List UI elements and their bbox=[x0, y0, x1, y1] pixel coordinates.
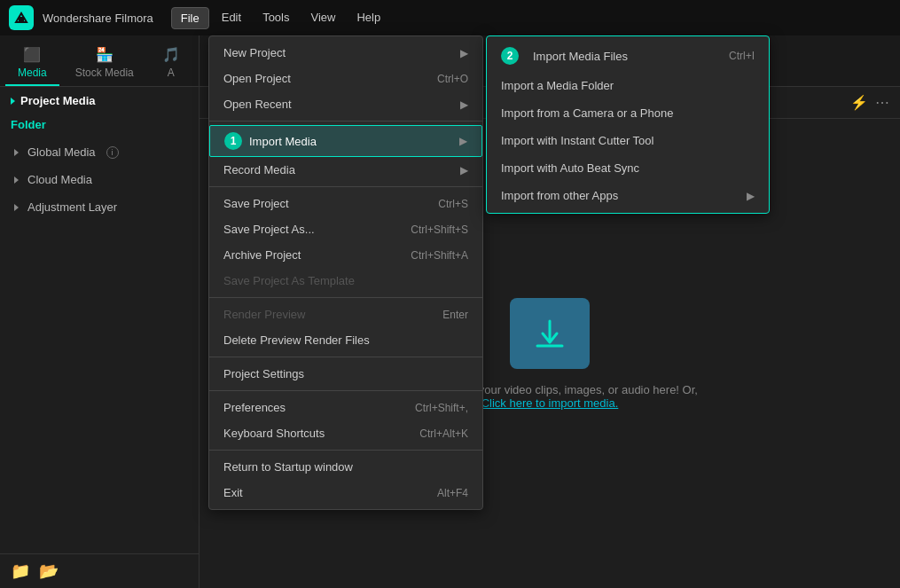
tab-stock-media[interactable]: 🏪 Stock Media bbox=[63, 41, 146, 86]
exit-label: Exit bbox=[223, 486, 243, 499]
left-panel: ⬛ Media 🏪 Stock Media 🎵 A Project Media … bbox=[0, 35, 200, 588]
open-project-shortcut: Ctrl+O bbox=[437, 73, 468, 85]
menu-item-open-project[interactable]: Open Project Ctrl+O bbox=[209, 66, 482, 91]
menu-item-save-as-template: Save Project As Template bbox=[209, 268, 482, 294]
separator bbox=[209, 297, 482, 298]
menu-item-record-media[interactable]: Record Media ▶ bbox=[209, 157, 482, 183]
audio-icon: 🎵 bbox=[162, 46, 180, 63]
sidebar-item-text: Global Media bbox=[27, 145, 96, 159]
import-camera-label: Import from a Camera or a Phone bbox=[501, 106, 673, 120]
project-settings-label: Project Settings bbox=[223, 367, 304, 380]
submenu-item-import-cutter[interactable]: Import with Instant Cutter Tool bbox=[487, 127, 769, 154]
keyboard-shortcuts-shortcut: Ctrl+Alt+K bbox=[419, 427, 468, 440]
save-project-as-shortcut: Ctrl+Shift+S bbox=[411, 223, 468, 236]
import-media-label: Import Media bbox=[249, 135, 317, 148]
tab-audio[interactable]: 🎵 A bbox=[150, 41, 192, 86]
menu-item-open-recent[interactable]: Open Recent ▶ bbox=[209, 91, 482, 117]
archive-project-label: Archive Project bbox=[223, 248, 301, 262]
step-badge-1: 1 bbox=[224, 132, 242, 150]
save-project-shortcut: Ctrl+S bbox=[438, 198, 468, 210]
menu-item-new-project[interactable]: New Project ▶ bbox=[209, 40, 482, 66]
new-folder-icon[interactable]: 📂 bbox=[39, 561, 59, 581]
save-project-label: Save Project bbox=[223, 197, 289, 210]
arrow-icon: ▶ bbox=[747, 190, 755, 202]
stock-media-icon: 🏪 bbox=[96, 46, 113, 63]
sidebar-items: Global Media i Cloud Media Adjustment La… bbox=[0, 138, 199, 221]
submenu-import-files-left: 2 Import Media Files bbox=[501, 47, 628, 65]
preferences-label: Preferences bbox=[223, 401, 286, 414]
menu-file[interactable]: File bbox=[171, 7, 209, 29]
menu-bar: File Edit Tools View Help bbox=[171, 7, 389, 29]
return-startup-label: Return to Startup window bbox=[223, 460, 353, 474]
menu-edit[interactable]: Edit bbox=[213, 7, 250, 29]
add-folder-icon[interactable]: 📁 bbox=[11, 561, 30, 581]
import-link[interactable]: Click here to import media. bbox=[481, 396, 619, 410]
step-badge-2: 2 bbox=[501, 47, 519, 65]
menu-help[interactable]: Help bbox=[348, 7, 389, 29]
import-other-label: Import from other Apps bbox=[501, 189, 618, 202]
menu-item-preferences[interactable]: Preferences Ctrl+Shift+, bbox=[209, 395, 482, 420]
menu-item-keyboard-shortcuts[interactable]: Keyboard Shortcuts Ctrl+Alt+K bbox=[209, 420, 482, 446]
filter-icon[interactable]: ⚡ bbox=[850, 94, 868, 111]
separator bbox=[209, 390, 482, 391]
separator bbox=[209, 450, 482, 451]
record-media-label: Record Media bbox=[223, 163, 295, 176]
svg-rect-1 bbox=[19, 17, 24, 22]
sidebar-item-adjustment-layer[interactable]: Adjustment Layer bbox=[0, 193, 199, 221]
more-options-icon[interactable]: ⋯ bbox=[875, 94, 889, 111]
app-logo bbox=[9, 5, 34, 30]
preferences-shortcut: Ctrl+Shift+, bbox=[415, 402, 468, 414]
tab-media[interactable]: ⬛ Media bbox=[5, 41, 59, 86]
app-title: Wondershare Filmora bbox=[43, 12, 153, 25]
menu-view[interactable]: View bbox=[301, 7, 344, 29]
sidebar-item-text: Adjustment Layer bbox=[27, 200, 117, 214]
sidebar-item-text: Cloud Media bbox=[27, 173, 92, 186]
arrow-icon: ▶ bbox=[460, 98, 468, 111]
media-icon: ⬛ bbox=[23, 46, 41, 63]
sidebar-item-global-media[interactable]: Global Media i bbox=[0, 138, 199, 166]
tab-media-label: Media bbox=[18, 67, 47, 79]
new-project-label: New Project bbox=[223, 46, 286, 59]
import-submenu: 2 Import Media Files Ctrl+I Import a Med… bbox=[486, 35, 770, 214]
import-beat-label: Import with Auto Beat Sync bbox=[501, 161, 639, 175]
tab-audio-label: A bbox=[168, 67, 175, 79]
delete-preview-label: Delete Preview Render Files bbox=[223, 333, 370, 347]
project-media-header: Project Media bbox=[0, 87, 199, 114]
left-tab-bar: ⬛ Media 🏪 Stock Media 🎵 A bbox=[0, 35, 199, 87]
archive-project-shortcut: Ctrl+Shift+A bbox=[411, 249, 468, 262]
submenu-item-import-folder[interactable]: Import a Media Folder bbox=[487, 72, 769, 99]
open-project-label: Open Project bbox=[223, 72, 291, 85]
expand-icon bbox=[14, 176, 19, 184]
save-as-template-label: Save Project As Template bbox=[223, 274, 355, 287]
menu-item-save-project-as[interactable]: Save Project As... Ctrl+Shift+S bbox=[209, 216, 482, 242]
menu-item-project-settings[interactable]: Project Settings bbox=[209, 361, 482, 387]
import-cutter-label: Import with Instant Cutter Tool bbox=[501, 134, 653, 147]
separator bbox=[209, 357, 482, 357]
submenu-item-import-files[interactable]: 2 Import Media Files Ctrl+I bbox=[487, 40, 769, 72]
expand-icon bbox=[11, 98, 15, 105]
title-bar: Wondershare Filmora File Edit Tools View… bbox=[0, 0, 900, 35]
menu-item-exit[interactable]: Exit Alt+F4 bbox=[209, 480, 482, 506]
bottom-icons: 📁 📂 bbox=[0, 553, 199, 588]
separator bbox=[209, 121, 482, 122]
arrow-icon: ▶ bbox=[460, 47, 468, 59]
menu-item-return-startup[interactable]: Return to Startup window bbox=[209, 454, 482, 480]
menu-tools[interactable]: Tools bbox=[254, 7, 298, 29]
tab-stock-media-label: Stock Media bbox=[75, 67, 134, 79]
separator bbox=[209, 186, 482, 187]
menu-item-import-media[interactable]: 1 Import Media ▶ bbox=[209, 125, 482, 157]
menu-item-delete-preview[interactable]: Delete Preview Render Files bbox=[209, 327, 482, 353]
expand-icon bbox=[14, 204, 19, 211]
menu-item-save-project[interactable]: Save Project Ctrl+S bbox=[209, 191, 482, 216]
render-preview-shortcut: Enter bbox=[442, 309, 468, 321]
menu-item-render-preview: Render Preview Enter bbox=[209, 302, 482, 327]
folder-label: Folder bbox=[0, 114, 199, 138]
submenu-item-import-camera[interactable]: Import from a Camera or a Phone bbox=[487, 99, 769, 127]
sidebar-item-cloud-media[interactable]: Cloud Media bbox=[0, 166, 199, 193]
submenu-item-import-beat[interactable]: Import with Auto Beat Sync bbox=[487, 154, 769, 182]
submenu-item-import-other[interactable]: Import from other Apps ▶ bbox=[487, 182, 769, 209]
open-recent-label: Open Recent bbox=[223, 98, 292, 111]
exit-shortcut: Alt+F4 bbox=[437, 487, 468, 499]
save-project-as-label: Save Project As... bbox=[223, 223, 315, 236]
menu-item-archive-project[interactable]: Archive Project Ctrl+Shift+A bbox=[209, 242, 482, 268]
